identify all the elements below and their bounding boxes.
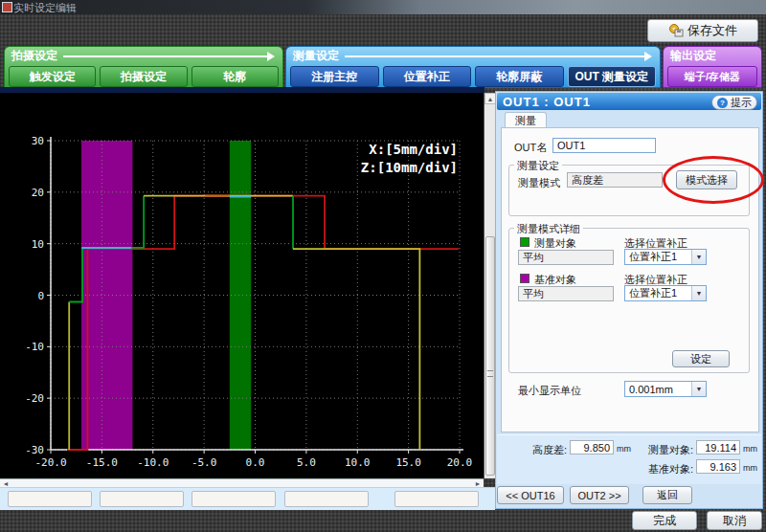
- out-name-label: OUT名: [514, 141, 547, 155]
- set-button[interactable]: 设定: [672, 350, 730, 367]
- x-tick-label: 20.0: [447, 456, 473, 469]
- current-profile-right: [293, 249, 419, 450]
- scale-annotation: X:[5mm/div]: [369, 142, 458, 157]
- mode-detail-group-title: 测量模式详细: [514, 222, 583, 236]
- measurement-region: [230, 141, 251, 450]
- profile-chart: 3020100-10-20-30-20.0-15.0-10.0-5.00.05.…: [0, 93, 484, 478]
- section-measure-header: 测量设定: [286, 47, 660, 64]
- x-tick-label: -20.0: [34, 456, 66, 469]
- section-output-settings: 输出设定 端子/存储器: [663, 46, 762, 88]
- x-tick-label: -10.0: [137, 456, 169, 469]
- tab-register-master[interactable]: 注册主控: [290, 66, 379, 87]
- profile-chart-panel: 3020100-10-20-30-20.0-15.0-10.0-5.00.05.…: [0, 93, 484, 478]
- x-tick-label: 15.0: [395, 456, 421, 469]
- chevron-down-icon: ▼: [691, 286, 706, 300]
- tab-position-correction[interactable]: 位置补正: [383, 66, 472, 87]
- tab-profile[interactable]: 轮廓: [192, 66, 279, 87]
- back-button[interactable]: 返回: [642, 486, 692, 504]
- section-output-header: 输出设定: [664, 47, 761, 64]
- measure-mode-label: 测量模式: [518, 176, 560, 190]
- panel-title: OUT1 : OUT1: [503, 95, 591, 109]
- chevron-down-icon: ▼: [691, 382, 706, 396]
- tab-capture-settings[interactable]: 拍摄设定: [100, 66, 187, 87]
- height-diff-value: 9.850: [570, 440, 614, 454]
- x-tick-label: 10.0: [345, 456, 371, 469]
- x-tick-label: 5.0: [297, 456, 316, 469]
- target-result-unit: mm: [743, 444, 757, 454]
- y-tick-label: -10: [25, 341, 44, 353]
- x-tick-label: -15.0: [86, 456, 118, 469]
- reference-result-value: 9.163: [696, 459, 740, 474]
- out-name-input[interactable]: [552, 138, 656, 153]
- target-result-label: 测量对象:: [643, 443, 693, 457]
- current-profile-step-left: [69, 248, 82, 302]
- result-slot-strip: [0, 487, 495, 510]
- reference-result-unit: mm: [743, 463, 757, 473]
- section-measure-settings: 测量设定 注册主控 位置补正 轮廓屏蔽 OUT 测量设定: [285, 46, 661, 88]
- section-capture-settings: 拍摄设定 触发设定 拍摄设定 轮廓: [4, 46, 283, 88]
- section-capture-header: 拍摄设定: [5, 47, 282, 64]
- measure-settings-group-title: 测量设定: [514, 159, 562, 173]
- reference-label: 基准对象: [534, 273, 576, 287]
- prev-out-button[interactable]: << OUT16: [497, 486, 564, 504]
- y-tick-label: 20: [32, 187, 44, 199]
- reference-color-swatch: [520, 274, 529, 283]
- target-method-field[interactable]: 平均: [518, 250, 614, 265]
- scroll-grip-icon: [487, 370, 493, 377]
- done-button[interactable]: 完成: [632, 511, 697, 530]
- tab-trigger-settings[interactable]: 触发设定: [9, 66, 96, 87]
- result-slot[interactable]: [192, 491, 276, 507]
- window-titlebar: 实时设定编辑: [0, 0, 766, 14]
- app-icon: [2, 2, 12, 12]
- x-tick-label: -5.0: [192, 456, 217, 469]
- current-profile-step-up: [131, 196, 144, 248]
- reference-method-field[interactable]: 平均: [518, 286, 614, 301]
- help-button[interactable]: ? 提示: [711, 95, 757, 110]
- result-slot[interactable]: [394, 491, 479, 507]
- target-correction-dropdown[interactable]: 位置补正1 ▼: [624, 249, 707, 265]
- chart-horizontal-scrollbar[interactable]: ◄ ►: [0, 478, 484, 487]
- x-tick-label: 0.0: [246, 456, 265, 469]
- mode-select-highlight: [663, 156, 764, 204]
- result-slot[interactable]: [100, 491, 184, 507]
- section-arrow-icon: [63, 52, 275, 61]
- app-window: 实时设定编辑 保存文件 拍摄设定 触发设定 拍摄设定 轮廓 测量设定 注: [0, 0, 766, 532]
- section-arrow-icon: [345, 52, 652, 61]
- display-unit-dropdown[interactable]: 0.001mm ▼: [624, 381, 707, 397]
- next-out-button[interactable]: OUT2 >>: [570, 486, 629, 504]
- y-tick-label: 0: [37, 290, 44, 302]
- height-diff-unit: mm: [617, 444, 631, 454]
- tab-out-measurement[interactable]: OUT 测量设定: [568, 66, 657, 87]
- y-tick-label: -30: [25, 444, 44, 456]
- target-result-value: 19.114: [696, 440, 740, 454]
- y-tick-label: 30: [32, 135, 44, 147]
- question-icon: ?: [717, 98, 728, 108]
- result-slot[interactable]: [284, 491, 369, 507]
- target-label: 测量对象: [534, 236, 576, 251]
- scroll-right-arrow-icon[interactable]: ►: [473, 479, 483, 487]
- scroll-left-arrow-icon[interactable]: ◄: [1, 479, 11, 487]
- target-color-swatch: [520, 237, 529, 247]
- y-tick-label: 10: [32, 238, 44, 251]
- tab-profile-mask[interactable]: 轮廓屏蔽: [475, 66, 564, 87]
- height-diff-label: 高度差:: [525, 443, 567, 457]
- panel-header: OUT1 : OUT1 ? 提示: [497, 93, 761, 110]
- y-tick-label: -20: [25, 392, 44, 405]
- result-slot[interactable]: [8, 491, 92, 507]
- measure-mode-field[interactable]: 高度差: [567, 172, 663, 188]
- cancel-button[interactable]: 取消: [707, 511, 762, 530]
- vertical-scroll-thumb[interactable]: [485, 236, 495, 476]
- reference-correction-dropdown[interactable]: 位置补正1 ▼: [624, 285, 707, 301]
- display-unit-label: 最小显示单位: [518, 384, 581, 398]
- tab-terminal-storage[interactable]: 端子/存储器: [667, 66, 757, 87]
- reference-result-label: 基准对象:: [643, 462, 693, 477]
- scale-annotation: Z:[10mm/div]: [361, 160, 458, 175]
- save-file-icon: [668, 24, 684, 37]
- save-file-button[interactable]: 保存文件: [647, 19, 758, 42]
- chevron-down-icon: ▼: [691, 250, 706, 264]
- window-title: 实时设定编辑: [13, 1, 77, 15]
